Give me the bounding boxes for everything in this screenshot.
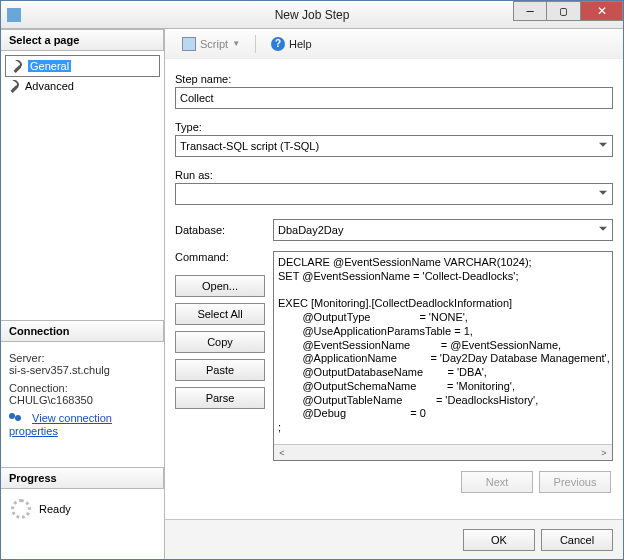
people-icon <box>9 413 25 425</box>
paste-button[interactable]: Paste <box>175 359 265 381</box>
title-bar: New Job Step — ▢ ✕ <box>1 1 623 29</box>
scroll-right-icon[interactable]: > <box>596 448 612 458</box>
scroll-left-icon[interactable]: < <box>274 448 290 458</box>
chevron-down-icon: ▼ <box>232 39 240 48</box>
database-select[interactable] <box>273 219 613 241</box>
toolbar-divider <box>255 35 256 53</box>
dialog-footer: OK Cancel <box>165 519 623 559</box>
connection-label: Connection: <box>9 382 156 394</box>
step-name-input[interactable] <box>175 87 613 109</box>
help-label: Help <box>289 38 312 50</box>
wrench-icon <box>10 59 24 73</box>
left-panel: Select a page General Advanced Connectio… <box>1 29 164 559</box>
page-item-label: General <box>28 60 71 72</box>
progress-status: Ready <box>39 503 71 515</box>
command-scrollbar[interactable]: < > <box>274 444 612 460</box>
progress-header: Progress <box>1 467 164 489</box>
type-label: Type: <box>175 121 613 133</box>
server-label: Server: <box>9 352 156 364</box>
ok-button[interactable]: OK <box>463 529 535 551</box>
connection-header: Connection <box>1 320 164 342</box>
toolbar: Script ▼ ? Help <box>165 29 623 59</box>
server-value: si-s-serv357.st.chulg <box>9 364 156 376</box>
help-icon: ? <box>271 37 285 51</box>
script-label: Script <box>200 38 228 50</box>
wrench-icon <box>7 79 21 93</box>
page-item-advanced[interactable]: Advanced <box>5 78 160 94</box>
help-button[interactable]: ? Help <box>264 34 319 54</box>
connection-info: Server: si-s-serv357.st.chulg Connection… <box>1 342 164 441</box>
page-item-general[interactable]: General <box>5 55 160 77</box>
connection-value: CHULG\c168350 <box>9 394 156 406</box>
script-icon <box>182 37 196 51</box>
cancel-button[interactable]: Cancel <box>541 529 613 551</box>
type-select[interactable] <box>175 135 613 157</box>
step-name-label: Step name: <box>175 73 613 85</box>
progress-area: Ready <box>1 489 164 529</box>
select-all-button[interactable]: Select All <box>175 303 265 325</box>
script-button[interactable]: Script ▼ <box>175 34 247 54</box>
progress-spinner-icon <box>11 499 31 519</box>
form-area: Step name: Type: Run as: Database: Comma… <box>165 59 623 519</box>
database-label: Database: <box>175 224 265 236</box>
copy-button[interactable]: Copy <box>175 331 265 353</box>
parse-button[interactable]: Parse <box>175 387 265 409</box>
select-page-header: Select a page <box>1 29 164 51</box>
page-item-label: Advanced <box>25 80 74 92</box>
runas-label: Run as: <box>175 169 613 181</box>
command-box: < > <box>273 251 613 461</box>
right-panel: Script ▼ ? Help Step name: Type: Run as:… <box>164 29 623 559</box>
command-textarea[interactable] <box>274 252 612 442</box>
page-list: General Advanced <box>1 51 164 95</box>
window-title: New Job Step <box>1 8 623 22</box>
command-label: Command: <box>175 251 265 263</box>
previous-button[interactable]: Previous <box>539 471 611 493</box>
open-button[interactable]: Open... <box>175 275 265 297</box>
runas-select[interactable] <box>175 183 613 205</box>
next-button[interactable]: Next <box>461 471 533 493</box>
